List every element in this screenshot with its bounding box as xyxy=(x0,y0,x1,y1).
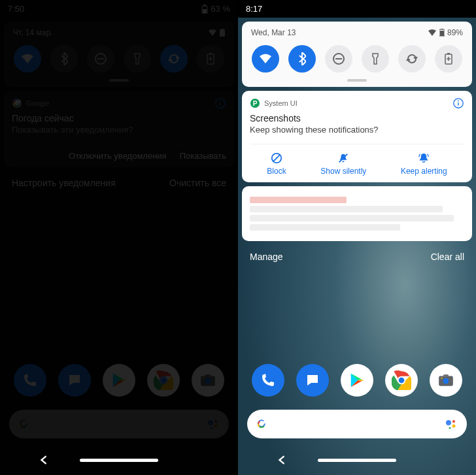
svg-text:P: P xyxy=(253,100,258,107)
status-bar: 8:17 xyxy=(238,0,476,18)
clock: 8:17 xyxy=(246,4,262,14)
svg-point-47 xyxy=(452,425,456,428)
clear-all-button[interactable]: Clear all xyxy=(431,252,464,262)
svg-line-37 xyxy=(273,155,280,162)
svg-rect-26 xyxy=(441,29,443,29)
screenshot-light: 8:17 Wed, Mar 13 89% P System UI Screens… xyxy=(238,0,476,475)
quick-settings-panel: Wed, Mar 13 89% xyxy=(242,22,472,87)
system-ui-icon: P xyxy=(250,98,260,108)
assistant-icon[interactable] xyxy=(445,418,458,431)
notif-title: Screenshots xyxy=(250,113,464,123)
qs-battery-saver[interactable] xyxy=(435,45,462,73)
chrome-app[interactable] xyxy=(385,364,418,397)
qs-flashlight[interactable] xyxy=(362,45,389,73)
home-button[interactable] xyxy=(318,459,396,462)
svg-point-44 xyxy=(441,378,442,379)
svg-point-41 xyxy=(399,378,405,384)
notif-body: Keep showing these notifications? xyxy=(250,125,464,135)
svg-point-48 xyxy=(449,427,451,429)
camera-app[interactable] xyxy=(430,364,462,397)
play-store-app[interactable] xyxy=(341,364,373,397)
svg-point-46 xyxy=(452,420,455,423)
notif-app: System UI xyxy=(264,99,298,107)
qs-date: Wed, Mar 13 xyxy=(251,28,296,37)
notification-card[interactable]: P System UI Screenshots Keep showing the… xyxy=(242,91,472,182)
wifi-signal-icon xyxy=(428,29,437,37)
redacted-notification[interactable] xyxy=(242,186,472,241)
google-icon xyxy=(256,419,267,429)
back-button[interactable] xyxy=(277,455,286,465)
home-button[interactable] xyxy=(80,459,158,462)
manage-button[interactable]: Manage xyxy=(250,252,283,262)
qs-wifi[interactable] xyxy=(252,45,279,73)
svg-rect-25 xyxy=(440,31,444,36)
app-dock xyxy=(238,364,476,397)
info-icon[interactable] xyxy=(452,97,464,109)
svg-rect-30 xyxy=(447,53,450,54)
search-bar[interactable] xyxy=(247,410,467,438)
show-silently-button[interactable]: Show silently xyxy=(320,152,366,176)
panel-handle[interactable] xyxy=(347,79,367,82)
qs-autorotate[interactable] xyxy=(398,45,426,73)
nav-bar xyxy=(0,445,238,475)
svg-point-43 xyxy=(443,378,449,384)
block-button[interactable]: Block xyxy=(267,152,286,176)
battery-icon xyxy=(439,29,445,37)
keep-alerting-button[interactable]: Keep alerting xyxy=(401,152,447,176)
nav-bar xyxy=(238,445,476,475)
messages-app[interactable] xyxy=(296,364,329,397)
qs-toggles xyxy=(247,42,467,75)
svg-point-34 xyxy=(458,101,459,102)
battery-pct: 89% xyxy=(447,28,463,37)
back-button[interactable] xyxy=(39,455,48,465)
qs-bluetooth[interactable] xyxy=(288,45,316,73)
screenshot-dark: 7:50 63 % Чт, 14 мар. Google xyxy=(0,0,238,475)
dim-overlay xyxy=(0,0,238,475)
phone-app[interactable] xyxy=(252,364,284,397)
qs-dnd[interactable] xyxy=(325,45,352,73)
svg-point-45 xyxy=(446,420,451,425)
